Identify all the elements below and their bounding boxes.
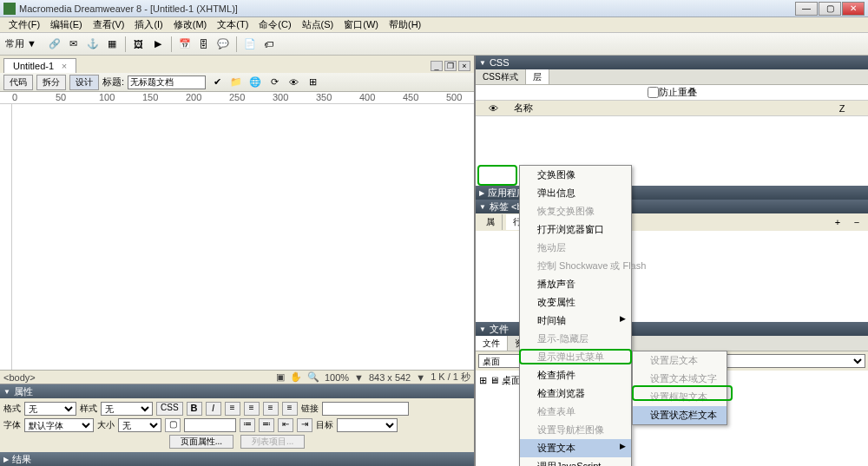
titlebar: Macromedia Dreamweaver 8 - [Untitled-1 (… (0, 0, 868, 17)
menu-item[interactable]: 时间轴▶ (520, 312, 631, 330)
zoom-value[interactable]: 100% (325, 372, 349, 383)
minimize-button[interactable]: — (795, 2, 818, 16)
color-input[interactable] (184, 418, 236, 432)
menu-item[interactable]: 打开浏览器窗口 (520, 220, 631, 239)
menu-item[interactable]: 检查插件 (520, 366, 631, 384)
doc-close-icon[interactable]: × (458, 61, 470, 71)
style-select[interactable]: 无 (101, 402, 153, 416)
menu-help[interactable]: 帮助(H) (384, 18, 426, 31)
preview-icon[interactable]: 🌐 (247, 75, 263, 90)
close-button[interactable]: ✕ (842, 2, 865, 16)
design-canvas[interactable] (0, 104, 474, 370)
template-icon[interactable]: 📄 (242, 36, 258, 52)
view-code-button[interactable]: 代码 (3, 75, 33, 90)
properties-header[interactable]: ▼属性 (0, 384, 474, 398)
menu-window[interactable]: 窗口(W) (339, 18, 384, 31)
menu-text[interactable]: 文本(T) (212, 18, 253, 31)
doc-minimize-icon[interactable]: _ (431, 61, 443, 71)
horizontal-ruler: 0 50 100 150 200 250 300 350 400 450 500 (0, 92, 474, 104)
media-icon[interactable]: ▶ (150, 36, 166, 52)
set-text-submenu: 设置层文本设置文本域文字设置框架文本设置状态栏文本 (632, 351, 727, 425)
menu-item[interactable]: 设置文本▶ (520, 439, 631, 457)
doc-tab-close-icon[interactable]: × (62, 61, 67, 71)
indent-icon[interactable]: ⇥ (297, 418, 312, 432)
eye-column-icon[interactable]: 👁 (476, 103, 510, 114)
menu-item[interactable]: 调用JavaScript (520, 457, 631, 466)
hyperlink-icon[interactable]: 🔗 (47, 36, 62, 52)
menu-site[interactable]: 站点(S) (297, 18, 339, 31)
page-properties-button[interactable]: 页面属性... (169, 435, 233, 449)
tab-files[interactable]: 文件 (476, 336, 508, 351)
font-select[interactable]: 默认字体 (24, 418, 94, 432)
anchor-icon[interactable]: ⚓ (85, 36, 101, 52)
add-behavior-button[interactable]: + (830, 214, 845, 230)
align-justify-icon[interactable]: ≡ (282, 402, 298, 416)
maximize-button[interactable]: ▢ (819, 2, 841, 16)
size-select[interactable]: 无 (118, 418, 161, 432)
vertical-ruler (0, 104, 12, 370)
doc-restore-icon[interactable]: ❐ (444, 61, 457, 71)
tab-layers[interactable]: 层 (526, 69, 549, 84)
results-header[interactable]: ▶结果 (0, 452, 474, 466)
prevent-overlap-checkbox[interactable] (648, 87, 659, 98)
visual-aids-icon[interactable]: ⊞ (305, 75, 320, 90)
hand-icon[interactable]: ✋ (290, 371, 302, 383)
menu-modify[interactable]: 修改(M) (168, 18, 213, 31)
table-icon[interactable]: ▦ (104, 36, 120, 52)
doc-tab-untitled[interactable]: Untitled-1 × (3, 58, 76, 73)
align-left-icon[interactable]: ≡ (225, 402, 240, 416)
validate-icon[interactable]: ✔ (209, 75, 225, 90)
menu-item: 设置导航栏图像 (520, 421, 631, 439)
align-right-icon[interactable]: ≡ (263, 402, 279, 416)
tab-attributes[interactable]: 属 (479, 214, 503, 230)
window-size[interactable]: 843 x 542 (369, 372, 411, 383)
menu-insert[interactable]: 插入(I) (129, 18, 168, 31)
menu-item[interactable]: 弹出信息 (520, 184, 631, 202)
link-input[interactable] (322, 402, 409, 416)
view-options-icon[interactable]: 👁 (286, 75, 301, 90)
remove-behavior-button[interactable]: − (849, 214, 865, 230)
menu-view[interactable]: 查看(V) (88, 18, 130, 31)
doc-title-input[interactable] (128, 75, 206, 89)
ul-icon[interactable]: ≔ (240, 418, 255, 432)
menu-item[interactable]: 交换图像 (520, 166, 631, 184)
date-icon[interactable]: 📅 (177, 36, 193, 52)
menu-item[interactable]: 改变属性 (520, 293, 631, 312)
tag-icon[interactable]: 🏷 (261, 36, 277, 52)
image-icon[interactable]: 🖼 (131, 36, 147, 52)
align-center-icon[interactable]: ≡ (244, 402, 260, 416)
target-select[interactable] (337, 418, 398, 432)
outdent-icon[interactable]: ⇤ (278, 418, 293, 432)
server-icon[interactable]: 🗄 (196, 36, 212, 52)
bold-button[interactable]: B (187, 402, 202, 416)
menu-item: 拖动层 (520, 239, 631, 257)
menu-item: 显示弹出式菜单 (520, 348, 631, 366)
tag-selector[interactable]: <body> (3, 372, 276, 383)
css-panel-header[interactable]: ▼CSS (476, 56, 868, 69)
menu-item[interactable]: 播放声音 (520, 275, 631, 293)
ol-icon[interactable]: ≕ (259, 418, 274, 432)
menu-item[interactable]: 检查浏览器 (520, 384, 631, 403)
menu-edit[interactable]: 编辑(E) (45, 18, 88, 31)
insert-category[interactable]: 常用 ▼ (5, 37, 36, 50)
color-swatch[interactable]: ▢ (165, 418, 181, 432)
format-select[interactable]: 无 (24, 402, 76, 416)
app-icon (3, 3, 16, 15)
view-split-button[interactable]: 拆分 (36, 75, 66, 90)
menu-item: 设置框架文本 (633, 388, 727, 406)
pointer-icon[interactable]: ▣ (276, 371, 285, 383)
file-mgmt-icon[interactable]: 📁 (228, 75, 244, 90)
refresh-icon[interactable]: ⟳ (266, 75, 282, 90)
view-design-button[interactable]: 设计 (69, 75, 99, 90)
menu-item: 显示-隐藏层 (520, 330, 631, 348)
css-button[interactable]: CSS (156, 402, 183, 416)
menu-item[interactable]: 设置状态栏文本 (633, 406, 727, 424)
document-tabs: Untitled-1 × _ ❐ × (0, 56, 474, 73)
menu-commands[interactable]: 命令(C) (253, 18, 296, 31)
menu-file[interactable]: 文件(F) (3, 18, 45, 31)
email-icon[interactable]: ✉ (66, 36, 82, 52)
zoom-icon[interactable]: 🔍 (307, 371, 319, 383)
comment-icon[interactable]: 💬 (215, 36, 231, 52)
italic-button[interactable]: I (206, 402, 221, 416)
tab-css-styles[interactable]: CSS样式 (476, 69, 526, 84)
